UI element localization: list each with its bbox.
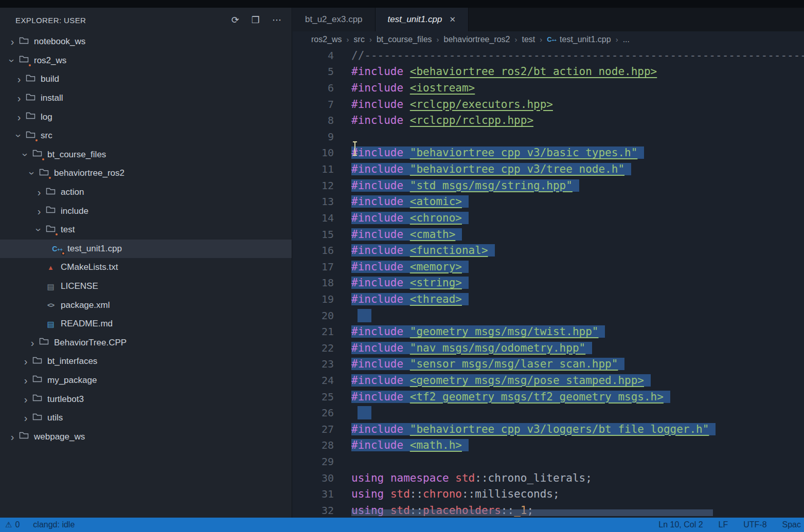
line-number: 30 xyxy=(293,472,334,484)
tree-item-bt_interfaces[interactable]: ›bt_interfaces xyxy=(0,352,292,371)
breadcrumb-item-ros2_ws[interactable]: ros2_ws xyxy=(311,35,342,44)
code-line-9[interactable]: 9 xyxy=(293,129,804,145)
clangd-status[interactable]: clangd: idle xyxy=(33,520,75,529)
explorer-header: EXPLORER: USER ⟳❐⋯ xyxy=(0,8,292,32)
code-editor[interactable]: 4//-------------------------------------… xyxy=(293,47,804,518)
chevron-right-icon[interactable]: › xyxy=(33,206,45,216)
chevron-right-icon[interactable]: › xyxy=(33,187,45,197)
code-line-27[interactable]: 27#include "behaviortree_cpp_v3/loggers/… xyxy=(293,421,804,437)
chevron-right-icon[interactable]: › xyxy=(6,432,19,442)
tree-item-webpage_ws[interactable]: ›webpage_ws xyxy=(0,427,292,446)
problems-indicator[interactable]: ⚠0 xyxy=(5,520,20,529)
chevron-right-icon[interactable]: › xyxy=(20,356,32,366)
chevron-right-icon[interactable]: › xyxy=(20,394,32,405)
code-line-30[interactable]: 30using namespace std::chrono_literals; xyxy=(293,470,804,486)
code-line-16[interactable]: 16#include <functional> xyxy=(293,242,804,259)
chevron-down-icon[interactable]: › xyxy=(34,224,44,236)
tree-item-test[interactable]: ›test xyxy=(0,221,292,240)
eol-indicator[interactable]: LF xyxy=(719,520,728,529)
chevron-right-icon[interactable]: › xyxy=(13,112,25,122)
code-line-7[interactable]: 7#include <rclcpp/executors.hpp> xyxy=(293,96,804,113)
tree-item-LICENSE[interactable]: ›▤LICENSE xyxy=(0,277,292,296)
close-icon[interactable]: ✕ xyxy=(449,15,456,24)
breadcrumb: ros2_ws›src›bt_course_files›behaviortree… xyxy=(293,31,804,47)
code-line-22[interactable]: 22#include "nav_msgs/msg/odometry.hpp" xyxy=(293,340,804,356)
breadcrumb-item--[interactable]: ... xyxy=(623,35,630,44)
chevron-down-icon[interactable]: › xyxy=(7,54,17,67)
indentation-indicator[interactable]: Spac xyxy=(782,520,801,529)
code-line-21[interactable]: 21#include "geometry_msgs/msg/twist.hpp" xyxy=(293,323,804,340)
tree-item-package-xml[interactable]: ›<>package.xml xyxy=(0,296,292,315)
code-line-10[interactable]: 10#include "behaviortree_cpp_v3/basic_ty… xyxy=(293,145,804,161)
code-line-26[interactable]: 26 xyxy=(293,405,804,421)
tree-item-README-md[interactable]: ›▤README.md xyxy=(0,315,292,334)
chevron-down-icon[interactable]: › xyxy=(21,149,31,161)
tree-item-label: turtlebot3 xyxy=(47,394,84,405)
chevron-right-icon[interactable]: › xyxy=(6,36,19,47)
code-line-content: #include <cmath> xyxy=(351,228,462,241)
code-line-8[interactable]: 8#include <rclcpp/rclcpp.hpp> xyxy=(293,112,804,129)
collapse-folders-button[interactable]: ❐ xyxy=(252,15,260,25)
tree-item-include[interactable]: ›include xyxy=(0,201,292,221)
code-line-15[interactable]: 15#include <cmath> xyxy=(293,226,804,243)
chevron-right-icon[interactable]: › xyxy=(26,338,39,348)
tree-item-test_unit1-cpp[interactable]: ›C++test_unit1.cpp xyxy=(0,240,292,259)
code-line-13[interactable]: 13#include <atomic> xyxy=(293,193,804,210)
tab-test_unit1-cpp[interactable]: test_unit1.cpp✕ xyxy=(376,8,469,31)
code-line-25[interactable]: 25#include <tf2_geometry_msgs/tf2_geomet… xyxy=(293,389,804,405)
code-line-14[interactable]: 14#include <chrono> xyxy=(293,210,804,226)
chevron-down-icon[interactable]: › xyxy=(27,167,38,179)
code-line-content: #include "nav_msgs/msg/odometry.hpp" xyxy=(351,342,592,354)
more-actions-button[interactable]: ⋯ xyxy=(272,15,281,25)
cmake-file-icon-wrap: ▲ xyxy=(45,263,56,272)
tree-item-install[interactable]: ›install xyxy=(0,89,292,108)
code-line-19[interactable]: 19#include <thread> xyxy=(293,291,804,307)
horizontal-scrollbar[interactable] xyxy=(351,509,713,516)
code-line-31[interactable]: 31using std::chrono::milliseconds; xyxy=(293,486,804,502)
tree-item-ros2_ws[interactable]: ›ros2_ws xyxy=(0,51,292,70)
code-line-29[interactable]: 29 xyxy=(293,453,804,470)
cursor-position[interactable]: Ln 10, Col 2 xyxy=(658,520,703,529)
tree-item-label: README.md xyxy=(61,319,113,329)
code-line-28[interactable]: 28#include <math.h> xyxy=(293,437,804,454)
chevron-right-icon[interactable]: › xyxy=(20,375,32,386)
code-line-24[interactable]: 24#include <geometry_msgs/msg/pose_stamp… xyxy=(293,372,804,389)
line-number: 9 xyxy=(293,131,334,143)
tree-item-turtlebot3[interactable]: ›turtlebot3 xyxy=(0,390,292,409)
tree-item-behaviortree_ros2[interactable]: ›behaviortree_ros2 xyxy=(0,164,292,183)
tree-item-notebook_ws[interactable]: ›notebook_ws xyxy=(0,32,292,51)
code-line-23[interactable]: 23#include "sensor_msgs/msg/laser_scan.h… xyxy=(293,356,804,373)
breadcrumb-item-src[interactable]: src xyxy=(354,35,365,44)
breadcrumb-item-test[interactable]: test xyxy=(522,35,535,44)
tree-item-log[interactable]: ›log xyxy=(0,107,292,126)
code-line-4[interactable]: 4//-------------------------------------… xyxy=(293,47,804,64)
breadcrumb-item-test_unit1-cpp[interactable]: C++test_unit1.cpp xyxy=(547,35,611,44)
chevron-right-icon[interactable]: › xyxy=(13,74,25,84)
tree-item-utils[interactable]: ›utils xyxy=(0,409,292,428)
tree-item-my_package[interactable]: ›my_package xyxy=(0,371,292,390)
tree-item-action[interactable]: ›action xyxy=(0,183,292,202)
tree-item-build[interactable]: ›build xyxy=(0,70,292,89)
status-left: ⚠0clangd: idle xyxy=(5,520,75,529)
tab-bar: bt_u2_ex3.cpptest_unit1.cpp✕ xyxy=(293,8,804,31)
refresh-explorer-button[interactable]: ⟳ xyxy=(231,15,239,25)
code-line-11[interactable]: 11#include "behaviortree_cpp_v3/tree_nod… xyxy=(293,161,804,177)
tab-bt_u2_ex3-cpp[interactable]: bt_u2_ex3.cpp xyxy=(293,8,376,31)
chevron-right-icon[interactable]: › xyxy=(13,93,25,103)
chevron-right-icon[interactable]: › xyxy=(20,413,32,423)
folder-icon xyxy=(32,394,42,405)
breadcrumb-item-bt_course_files[interactable]: bt_course_files xyxy=(377,35,432,44)
tree-item-CMakeLists-txt[interactable]: ›▲CMakeLists.txt xyxy=(0,258,292,277)
code-line-12[interactable]: 12#include "std_msgs/msg/string.hpp" xyxy=(293,177,804,194)
code-line-20[interactable]: 20 xyxy=(293,307,804,324)
tree-item-bt_course_files[interactable]: ›bt_course_files xyxy=(0,145,292,164)
tree-item-src[interactable]: ›src xyxy=(0,126,292,145)
tree-item-BehaviorTree-CPP[interactable]: ›BehaviorTree.CPP xyxy=(0,334,292,353)
chevron-down-icon[interactable]: › xyxy=(14,130,24,142)
breadcrumb-item-behaviortree_ros2[interactable]: behaviortree_ros2 xyxy=(444,35,510,44)
code-line-6[interactable]: 6#include <iostream> xyxy=(293,80,804,96)
encoding-indicator[interactable]: UTF-8 xyxy=(743,520,766,529)
code-line-5[interactable]: 5#include <behaviortree_ros2/bt_action_n… xyxy=(293,64,804,80)
code-line-18[interactable]: 18#include <string> xyxy=(293,275,804,291)
code-line-17[interactable]: 17#include <memory> xyxy=(293,259,804,275)
